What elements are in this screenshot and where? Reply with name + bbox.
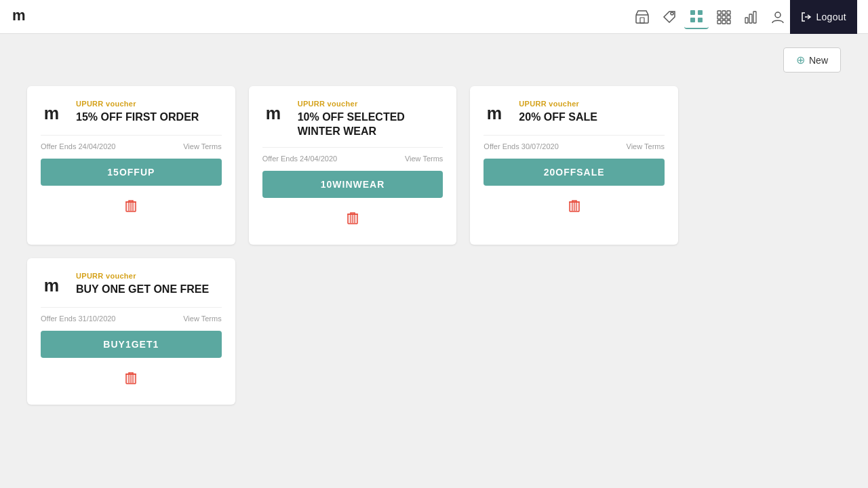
apps-icon-btn[interactable]	[711, 5, 736, 29]
svg-rect-1	[636, 15, 648, 23]
brand-logo: m	[262, 100, 290, 127]
tag-icon-btn[interactable]	[657, 5, 682, 29]
user-icon-btn[interactable]	[766, 5, 790, 29]
svg-rect-12	[722, 16, 726, 19]
view-terms-link[interactable]: View Terms	[627, 142, 665, 150]
card-brand-label: UPURR voucher	[76, 100, 222, 108]
card-brand-label: UPURR voucher	[76, 272, 222, 280]
card-info: UPURR voucher 10% OFF SELECTED WINTER WE…	[298, 100, 443, 139]
svg-text:m: m	[487, 104, 502, 123]
svg-rect-8	[717, 11, 721, 14]
app-logo: m	[11, 5, 30, 28]
upurr-logo-svg: m	[485, 101, 509, 125]
card-footer-row: Offer Ends 24/04/2020 View Terms	[262, 147, 443, 163]
logout-label: Logout	[816, 12, 846, 22]
grid-active-icon-btn[interactable]	[684, 5, 709, 29]
brand-logo: m	[41, 100, 68, 127]
card-header: m UPURR voucher 20% OFF SALE	[484, 100, 665, 127]
brand-logo: m	[41, 272, 68, 299]
main-content: ⊕ New m UPURR voucher 15% OFF FIRST ORDE…	[0, 34, 868, 418]
svg-point-3	[671, 12, 673, 15]
svg-point-20	[775, 12, 781, 18]
card-title: 20% OFF SALE	[519, 110, 665, 125]
card-header: m UPURR voucher 10% OFF SELECTED WINTER …	[262, 100, 443, 139]
svg-rect-15	[722, 20, 726, 24]
svg-rect-11	[717, 16, 721, 19]
svg-text:m: m	[44, 276, 59, 295]
coupon-code-button[interactable]: 10WINWEAR	[262, 171, 443, 198]
svg-rect-18	[749, 14, 752, 23]
offer-ends-label: Offer Ends 24/04/2020	[41, 142, 116, 150]
card-actions	[41, 366, 222, 391]
svg-rect-2	[640, 18, 644, 23]
card-title: BUY ONE GET ONE FREE	[76, 283, 222, 297]
delete-button[interactable]	[342, 209, 363, 231]
card-actions	[41, 194, 222, 219]
card-brand-label: UPURR voucher	[298, 100, 443, 108]
trash-icon	[125, 199, 136, 213]
card-footer-row: Offer Ends 24/04/2020 View Terms	[41, 135, 222, 150]
delete-button[interactable]	[120, 197, 142, 219]
svg-rect-13	[727, 16, 730, 19]
trash-icon	[347, 211, 358, 225]
svg-text:m: m	[265, 104, 280, 123]
voucher-card: m UPURR voucher BUY ONE GET ONE FREE Off…	[27, 258, 235, 405]
new-button-label: New	[809, 55, 828, 66]
svg-rect-9	[722, 11, 726, 14]
card-actions	[484, 194, 665, 219]
svg-rect-17	[745, 18, 748, 23]
header: m	[0, 0, 868, 34]
svg-text:m: m	[12, 7, 25, 24]
new-button[interactable]: ⊕ New	[783, 47, 841, 73]
view-terms-link[interactable]: View Terms	[405, 155, 443, 163]
trash-icon	[569, 199, 580, 213]
card-info: UPURR voucher 15% OFF FIRST ORDER	[76, 100, 222, 125]
plus-icon: ⊕	[796, 54, 805, 66]
coupon-code-button[interactable]: 20OFFSALE	[484, 159, 665, 186]
svg-rect-19	[753, 12, 756, 23]
card-footer-row: Offer Ends 30/07/2020 View Terms	[484, 135, 665, 150]
voucher-card: m UPURR voucher 20% OFF SALE Offer Ends …	[470, 86, 678, 245]
card-brand-label: UPURR voucher	[519, 100, 665, 108]
coupon-code-button[interactable]: BUY1GET1	[41, 331, 222, 358]
offer-ends-label: Offer Ends 24/04/2020	[262, 155, 338, 163]
svg-rect-10	[727, 11, 730, 14]
svg-rect-5	[698, 10, 703, 15]
logout-icon	[801, 12, 812, 22]
view-terms-link[interactable]: View Terms	[183, 142, 221, 150]
upurr-logo-svg: m	[264, 101, 288, 125]
svg-text:m: m	[44, 104, 59, 123]
card-title: 10% OFF SELECTED WINTER WEAR	[298, 110, 443, 139]
toolbar: ⊕ New	[27, 47, 841, 73]
store-icon-btn[interactable]	[630, 5, 654, 29]
card-header: m UPURR voucher 15% OFF FIRST ORDER	[41, 100, 222, 127]
upurr-logo-svg: m	[42, 101, 66, 125]
svg-rect-4	[690, 10, 695, 15]
card-footer-row: Offer Ends 31/10/2020 View Terms	[41, 307, 222, 323]
header-icons	[630, 5, 790, 29]
trash-icon	[125, 371, 136, 385]
offer-ends-label: Offer Ends 31/10/2020	[41, 314, 116, 323]
chart-icon-btn[interactable]	[738, 5, 763, 29]
offer-ends-label: Offer Ends 30/07/2020	[484, 142, 559, 150]
delete-button[interactable]	[120, 369, 142, 391]
card-title: 15% OFF FIRST ORDER	[76, 110, 222, 125]
vouchers-grid: m UPURR voucher 15% OFF FIRST ORDER Offe…	[27, 86, 678, 405]
voucher-card: m UPURR voucher 10% OFF SELECTED WINTER …	[249, 86, 457, 245]
svg-rect-7	[698, 18, 703, 22]
card-info: UPURR voucher 20% OFF SALE	[519, 100, 665, 125]
svg-rect-14	[717, 20, 721, 24]
card-info: UPURR voucher BUY ONE GET ONE FREE	[76, 272, 222, 297]
svg-rect-16	[727, 20, 730, 24]
coupon-code-button[interactable]: 15OFFUP	[41, 159, 222, 186]
card-actions	[262, 206, 443, 231]
delete-button[interactable]	[564, 197, 585, 219]
upurr-logo-svg: m	[42, 273, 66, 298]
view-terms-link[interactable]: View Terms	[183, 314, 221, 323]
svg-rect-6	[690, 18, 695, 22]
card-header: m UPURR voucher BUY ONE GET ONE FREE	[41, 272, 222, 299]
brand-logo: m	[484, 100, 511, 127]
voucher-card: m UPURR voucher 15% OFF FIRST ORDER Offe…	[27, 86, 235, 245]
logout-button[interactable]: Logout	[790, 0, 857, 34]
